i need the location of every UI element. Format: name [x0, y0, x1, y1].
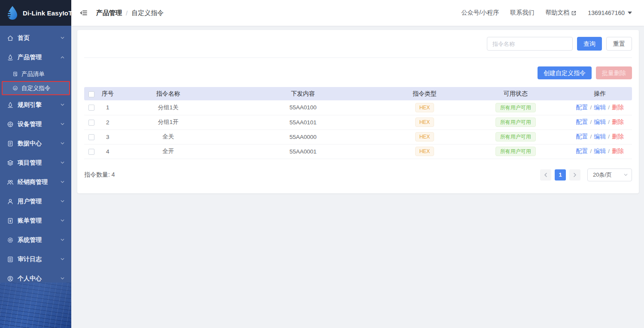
link-help-docs[interactable]: 帮助文档	[545, 9, 577, 17]
sidebar-item-9[interactable]: 系统管理	[0, 230, 71, 250]
table-body: 1分组1关55AA0100HEX所有用户可用配置/编辑/删除2分组1开55AA0…	[84, 100, 632, 159]
breadcrumb-separator: /	[126, 9, 128, 17]
billing-icon	[7, 217, 14, 224]
search-toolbar: 查询 重置	[84, 37, 632, 51]
row-checkbox[interactable]	[88, 120, 94, 126]
edit-link[interactable]: 编辑	[594, 147, 606, 154]
batch-delete-button[interactable]: 批量删除	[596, 66, 632, 79]
action-separator: /	[608, 133, 610, 140]
sidebar-item-10[interactable]: 审计日志	[0, 250, 71, 269]
config-link[interactable]: 配置	[576, 118, 588, 125]
query-button[interactable]: 查询	[577, 37, 602, 51]
sidebar-item-8[interactable]: 账单管理	[0, 211, 71, 230]
action-separator: /	[590, 148, 592, 154]
edit-link[interactable]: 编辑	[594, 104, 606, 111]
pagination: 1 20条/页	[540, 169, 632, 181]
sidebar-item-2[interactable]: 规则引擎	[0, 95, 71, 114]
cell-index: 3	[99, 129, 116, 144]
chevron-down-icon	[60, 276, 65, 281]
sidebar-item-3[interactable]: 设备管理	[0, 114, 71, 134]
delete-link[interactable]: 删除	[612, 118, 624, 125]
sidebar-item-6[interactable]: 经销商管理	[0, 172, 71, 192]
logo-text: Di-Link EasyIoT	[23, 9, 71, 17]
edit-link[interactable]: 编辑	[594, 118, 606, 125]
system-icon	[7, 237, 14, 244]
breadcrumb-item-product-management[interactable]: 产品管理	[96, 9, 122, 17]
divider	[84, 57, 632, 58]
row-checkbox[interactable]	[88, 149, 94, 155]
prev-page-button[interactable]	[540, 169, 551, 181]
delete-link[interactable]: 删除	[612, 133, 624, 140]
chevron-down-icon	[60, 102, 65, 107]
row-checkbox[interactable]	[88, 105, 94, 111]
sidebar-item-label: 用户管理	[18, 198, 42, 205]
action-separator: /	[608, 104, 610, 111]
cell-command-name: 分组1关	[116, 100, 220, 115]
table-header-row: 序号 指令名称 下发内容 指令类型 可用状态 操作	[84, 87, 632, 100]
sidebar-item-label: 审计日志	[18, 256, 42, 263]
config-link[interactable]: 配置	[576, 133, 588, 140]
page-size-select[interactable]: 20条/页	[587, 169, 632, 181]
link-help-docs-label: 帮助文档	[545, 9, 569, 17]
custom-command-icon: @	[12, 85, 18, 91]
product-list-icon	[12, 71, 18, 77]
menu-fold-icon[interactable]	[80, 9, 88, 17]
sidebar-item-7[interactable]: 用户管理	[0, 192, 71, 211]
account-dropdown[interactable]: 13691467160	[588, 9, 632, 16]
sidebar-item-1[interactable]: 产品管理	[0, 48, 71, 67]
sidebar-item-label: 系统管理	[18, 236, 42, 244]
sidebar-subitem-label: 自定义指令	[21, 84, 51, 92]
search-input[interactable]	[487, 37, 573, 51]
table-row: 2分组1开55AA0101HEX所有用户可用配置/编辑/删除	[84, 115, 632, 129]
page-size-value: 20条/页	[593, 171, 612, 179]
select-all-checkbox[interactable]	[88, 91, 94, 97]
dealer-icon	[7, 179, 14, 186]
chevron-down-icon	[60, 141, 65, 146]
sidebar-item-label: 数据中心	[18, 140, 42, 147]
sidebar-item-5[interactable]: 项目管理	[0, 153, 71, 172]
cell-index: 1	[99, 100, 116, 115]
chevron-down-icon	[60, 122, 65, 126]
sidebar-item-label: 首页	[18, 34, 30, 42]
sidebar: Di-Link EasyIoT 首页产品管理产品清单@自定义指令规则引擎设备管理…	[0, 0, 71, 328]
action-toolbar: 创建自定义指令 批量删除	[84, 66, 632, 79]
sidebar-item-0[interactable]: 首页	[0, 28, 71, 48]
sidebar-item-11[interactable]: 个人中心	[0, 269, 71, 288]
action-separator: /	[590, 133, 592, 140]
sidebar-item-label: 经销商管理	[18, 178, 48, 186]
header-command-name: 指令名称	[116, 87, 220, 100]
config-link[interactable]: 配置	[576, 147, 588, 154]
delete-link[interactable]: 删除	[612, 147, 624, 154]
table-row: 1分组1关55AA0100HEX所有用户可用配置/编辑/删除	[84, 100, 632, 115]
breadcrumb: 产品管理 / 自定义指令	[96, 9, 164, 17]
page-1-button[interactable]: 1	[555, 169, 566, 181]
sidebar-item-4[interactable]: 数据中心	[0, 134, 71, 153]
sidebar-item-label: 个人中心	[18, 275, 42, 283]
audit-icon	[7, 256, 14, 263]
link-official-account[interactable]: 公众号/小程序	[461, 9, 499, 17]
home-icon	[7, 35, 14, 42]
content-card: 查询 重置 创建自定义指令 批量删除 序号	[77, 30, 639, 193]
chevron-down-icon	[60, 199, 65, 204]
status-badge: 所有用户可用	[495, 132, 536, 141]
create-custom-command-button[interactable]: 创建自定义指令	[538, 66, 592, 79]
sidebar-subitem-1-1[interactable]: @自定义指令	[2, 81, 70, 95]
reset-button[interactable]: 重置	[606, 37, 632, 51]
chevron-up-icon	[60, 55, 65, 60]
logo[interactable]: Di-Link EasyIoT	[0, 0, 71, 26]
logo-waterdrop-icon	[5, 5, 20, 21]
sidebar-building-image	[0, 283, 71, 328]
sidebar-menu: 首页产品管理产品清单@自定义指令规则引擎设备管理数据中心项目管理经销商管理用户管…	[0, 26, 71, 288]
topbar-right: 公众号/小程序 联系我们 帮助文档 13691467160	[461, 9, 632, 17]
cell-content: 55AA0100	[220, 100, 386, 115]
cell-content: 55AA0101	[220, 115, 386, 129]
device-icon	[7, 121, 14, 128]
chevron-down-icon	[60, 36, 65, 40]
link-contact-us[interactable]: 联系我们	[510, 9, 534, 17]
sidebar-subitem-1-0[interactable]: 产品清单	[0, 67, 71, 81]
edit-link[interactable]: 编辑	[594, 133, 606, 140]
delete-link[interactable]: 删除	[612, 104, 624, 111]
row-checkbox[interactable]	[88, 134, 94, 140]
next-page-button[interactable]	[569, 169, 580, 181]
config-link[interactable]: 配置	[576, 104, 588, 111]
